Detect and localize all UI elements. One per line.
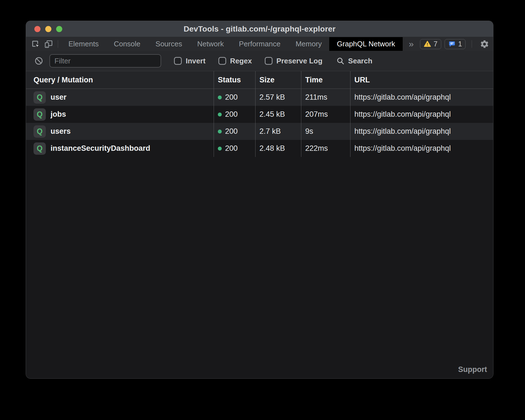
table-row[interactable]: Q instanceSecurityDashboard 200 2.48 kB … [26, 140, 493, 157]
traffic-lights [34, 21, 62, 37]
table-row[interactable]: Q jobs 200 2.45 kB 207ms https://gitlab.… [26, 106, 493, 123]
request-url: https://gitlab.com/api/graphql [354, 110, 451, 119]
request-url: https://gitlab.com/api/graphql [354, 144, 451, 153]
status-ok-dot-icon [218, 96, 222, 99]
column-header-time[interactable]: Time [301, 71, 350, 89]
support-link[interactable]: Support [458, 365, 487, 374]
status-code: 200 [225, 93, 238, 102]
inspect-element-icon[interactable] [29, 37, 42, 51]
column-header-status[interactable]: Status [214, 71, 255, 89]
query-type-badge: Q [34, 91, 46, 104]
warning-count: 7 [434, 40, 438, 48]
filter-toolbar: Invert Regex Preserve Log Search [26, 51, 493, 71]
status-ok-dot-icon [218, 147, 222, 151]
message-icon [448, 40, 456, 48]
tab-elements[interactable]: Elements [61, 37, 106, 51]
query-name: jobs [51, 110, 66, 119]
search-control[interactable]: Search [336, 56, 373, 65]
status-ok-dot-icon [218, 113, 222, 116]
status-ok-dot-icon [218, 130, 222, 133]
status-code: 200 [225, 144, 238, 153]
filter-input[interactable] [49, 54, 161, 68]
tab-console[interactable]: Console [106, 37, 148, 51]
toolbar-separator [58, 40, 58, 48]
more-tabs-chevron-icon[interactable]: » [403, 37, 420, 51]
response-size: 2.48 kB [259, 144, 285, 153]
toolbar-separator [472, 40, 472, 48]
device-toolbar-icon[interactable] [42, 37, 55, 51]
minimize-button[interactable] [45, 26, 51, 32]
response-size: 2.45 kB [259, 110, 285, 119]
tab-memory[interactable]: Memory [288, 37, 329, 51]
preserve-log-checkbox-group: Preserve Log [265, 57, 323, 65]
response-size: 2.7 kB [259, 127, 281, 136]
query-name: user [51, 93, 66, 102]
regex-checkbox-group: Regex [218, 57, 252, 65]
settings-gear-icon[interactable] [478, 39, 491, 49]
tool-icons [26, 37, 61, 51]
devtools-tab-strip: Elements Console Sources Network Perform… [26, 37, 493, 51]
search-label: Search [348, 57, 373, 65]
tab-performance[interactable]: Performance [232, 37, 288, 51]
message-count: 1 [458, 40, 462, 48]
invert-checkbox[interactable] [174, 57, 182, 65]
results-panel-empty-area: Support [26, 157, 493, 378]
response-size: 2.57 kB [259, 93, 285, 102]
column-header-url[interactable]: URL [350, 71, 493, 89]
tab-graphql-network[interactable]: GraphQL Network [329, 37, 403, 51]
table-row[interactable]: Q users 200 2.7 kB 9s https://gitlab.com… [26, 123, 493, 140]
query-type-badge: Q [34, 125, 46, 138]
title-bar: DevTools - gitlab.com/-/graphql-explorer [26, 21, 493, 37]
request-url: https://gitlab.com/api/graphql [354, 93, 451, 102]
column-header-query-mutation[interactable]: Query / Mutation [26, 71, 214, 89]
warnings-badge[interactable]: 7 [420, 39, 441, 49]
query-type-badge: Q [34, 108, 46, 121]
search-icon [336, 56, 345, 65]
preserve-log-label: Preserve Log [276, 57, 323, 65]
tab-network[interactable]: Network [190, 37, 231, 51]
response-time: 9s [305, 127, 313, 136]
tab-sources[interactable]: Sources [148, 37, 190, 51]
response-time: 207ms [305, 110, 328, 119]
close-button[interactable] [34, 26, 40, 32]
column-header-size[interactable]: Size [255, 71, 301, 89]
invert-label: Invert [186, 57, 206, 65]
query-type-badge: Q [34, 142, 46, 155]
block-clear-icon[interactable] [33, 56, 44, 66]
table-row[interactable]: Q user 200 2.57 kB 211ms https://gitlab.… [26, 89, 493, 106]
devtools-window: DevTools - gitlab.com/-/graphql-explorer… [26, 21, 493, 378]
status-code: 200 [225, 110, 238, 119]
tabbar-right-controls: 7 1 [420, 37, 493, 51]
query-name: instanceSecurityDashboard [51, 144, 150, 153]
regex-checkbox[interactable] [218, 57, 226, 65]
warning-icon [424, 40, 431, 48]
window-title: DevTools - gitlab.com/-/graphql-explorer [183, 25, 335, 34]
response-time: 222ms [305, 144, 328, 153]
response-time: 211ms [305, 93, 327, 102]
regex-label: Regex [230, 57, 252, 65]
issues-badge[interactable]: 1 [445, 39, 466, 49]
request-url: https://gitlab.com/api/graphql [354, 127, 451, 136]
invert-checkbox-group: Invert [174, 57, 206, 65]
zoom-button[interactable] [56, 26, 62, 32]
status-code: 200 [225, 127, 238, 136]
query-name: users [51, 127, 71, 136]
preserve-log-checkbox[interactable] [265, 57, 273, 65]
table-header: Query / Mutation Status Size Time URL [26, 71, 493, 89]
